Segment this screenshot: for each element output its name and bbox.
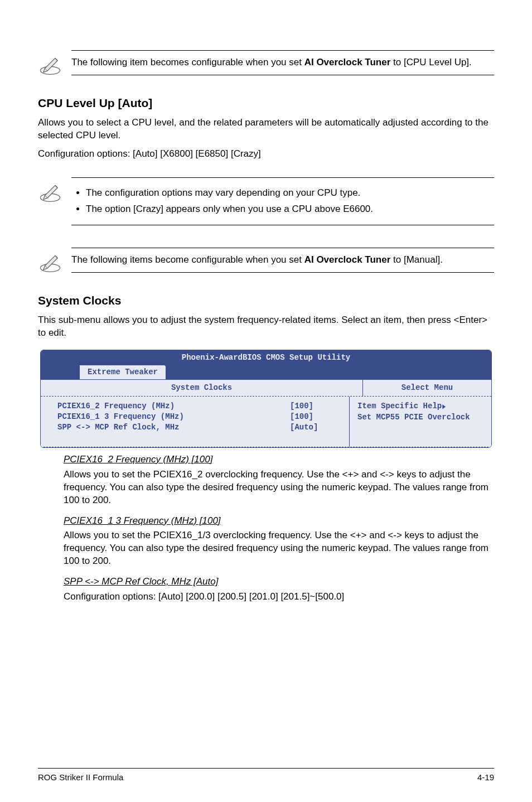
page-footer: ROG Striker II Formula 4-19 <box>38 768 494 783</box>
detail-head-1: PCIEX16_2 Frequency (MHz) [100] <box>64 453 490 466</box>
bios-row-value: [Auto] <box>290 422 340 433</box>
detail-body-2: Allows you to set the PCIEX16_1/3 overcl… <box>64 529 490 568</box>
note2-item2: The option [Crazy] appears only when you… <box>86 203 494 216</box>
note-text: The configuration options may vary depen… <box>71 177 494 225</box>
cpu-level-up-options: Configuration options: [Auto] [X6800] [E… <box>38 148 494 161</box>
detail-head-2: PCIEX16_1 3 Frequency (MHz) [100] <box>64 515 490 528</box>
pencil-note-icon <box>38 50 71 80</box>
bios-tab-extreme-tweaker: Extreme Tweaker <box>80 365 166 379</box>
bios-help-line2: Set MCP55 PCIE Overclock <box>357 412 486 423</box>
triangle-right-icon: ▶ <box>443 402 446 412</box>
bios-help-line1: Item Specific Help <box>357 402 442 410</box>
heading-system-clocks: System Clocks <box>38 293 494 308</box>
detail-head-3: SPP <-> MCP Ref Clock, MHz [Auto] <box>64 576 490 588</box>
details-block: PCIEX16_2 Frequency (MHz) [100] Allows y… <box>64 453 490 603</box>
bios-right-panel: Item Specific Help▶ Set MCP55 PCIE Overc… <box>350 397 491 447</box>
bios-row-value: [100] <box>290 412 340 422</box>
footer-right: 4-19 <box>477 772 494 783</box>
pencil-note-icon <box>38 177 71 207</box>
note-block-2: The configuration options may vary depen… <box>38 177 494 225</box>
bios-left-panel: PCIEX16_2 Frequency (MHz)[100] PCIEX16_1… <box>41 397 350 447</box>
pencil-note-icon <box>38 248 71 277</box>
bios-row-label: SPP <-> MCP Ref Clock, MHz <box>57 422 290 433</box>
heading-cpu-level-up: CPU Level Up [Auto] <box>38 95 494 111</box>
bios-col-left: System Clocks <box>41 380 363 396</box>
bios-row-label: PCIEX16_1 3 Frequency (MHz) <box>57 412 290 422</box>
note2-item1: The configuration options may vary depen… <box>86 187 494 200</box>
note-block-1: The following item becomes configurable … <box>38 50 494 80</box>
note-block-3: The following items become configurable … <box>38 248 494 277</box>
footer-left: ROG Striker II Formula <box>38 772 123 783</box>
cpu-level-up-desc: Allows you to select a CPU level, and th… <box>38 117 494 142</box>
bios-row-value: [100] <box>290 401 340 412</box>
note-text: The following item becomes configurable … <box>71 50 494 75</box>
bios-row-label: PCIEX16_2 Frequency (MHz) <box>57 401 290 412</box>
note-text: The following items become configurable … <box>71 248 494 273</box>
bios-screenshot: Phoenix-AwardBIOS CMOS Setup Utility Ext… <box>40 350 492 448</box>
bios-col-right: Select Menu <box>363 380 491 396</box>
system-clocks-desc: This sub-menu allows you to adjust the s… <box>38 314 494 340</box>
detail-body-3: Configuration options: [Auto] [200.0] [2… <box>64 591 490 603</box>
bios-title: Phoenix-AwardBIOS CMOS Setup Utility <box>41 350 491 365</box>
detail-body-1: Allows you to set the PCIEX16_2 overcloc… <box>64 468 490 507</box>
